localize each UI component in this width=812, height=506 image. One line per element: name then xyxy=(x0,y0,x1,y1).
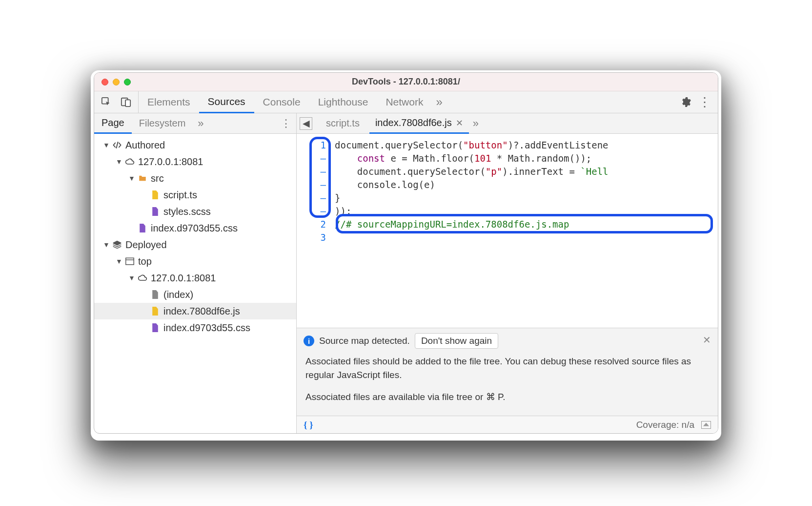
line-number[interactable]: – xyxy=(297,152,326,165)
editor-file-tabs: ◀ script.ts index.7808df6e.js ✕ » xyxy=(297,113,718,134)
sourcemap-infobar: i Source map detected. Don't show again … xyxy=(297,328,718,416)
code-line[interactable]: )); xyxy=(335,205,718,218)
navigator-tab-page[interactable]: Page xyxy=(94,114,132,134)
close-window-button[interactable] xyxy=(102,79,108,85)
code-content[interactable]: document.querySelector("button")?.addEve… xyxy=(331,134,718,328)
tree-label: styles.scss xyxy=(163,206,211,217)
toggle-drawer-icon[interactable] xyxy=(701,421,711,429)
window-title: DevTools - 127.0.0.1:8081/ xyxy=(94,77,718,87)
code-line[interactable]: document.querySelector("button")?.addEve… xyxy=(335,139,718,152)
line-number[interactable]: – xyxy=(297,191,326,205)
tree-label: index.7808df6e.js xyxy=(163,306,240,317)
line-number[interactable]: – xyxy=(297,178,326,191)
close-tab-icon[interactable]: ✕ xyxy=(456,118,463,128)
panel-tabs-row: ElementsSourcesConsoleLighthouseNetwork … xyxy=(94,91,718,113)
file-tab-index-js[interactable]: index.7808df6e.js ✕ xyxy=(369,114,469,134)
code-line[interactable] xyxy=(335,231,718,244)
infobar-title: Source map detected. xyxy=(319,336,410,346)
tree-file-index-css-authored[interactable]: index.d9703d55.css xyxy=(94,220,296,236)
tree-file-styles-scss[interactable]: styles.scss xyxy=(94,203,296,220)
editor-area: ◀ script.ts index.7808df6e.js ✕ » 1–––––… xyxy=(297,113,718,433)
line-number[interactable]: 3 xyxy=(297,231,326,244)
code-editor[interactable]: 1–––––23 document.querySelector("button"… xyxy=(297,134,718,328)
settings-gear-icon[interactable] xyxy=(680,96,691,108)
coverage-label: Coverage: n/a xyxy=(636,420,694,430)
line-number[interactable]: 1 xyxy=(297,139,326,152)
minimize-window-button[interactable] xyxy=(113,79,120,85)
tree-file-index-html[interactable]: (index) xyxy=(94,286,296,303)
frame-icon xyxy=(124,257,135,265)
line-number[interactable]: – xyxy=(297,165,326,178)
code-line[interactable]: document.querySelector("p").innerText = … xyxy=(335,165,718,178)
zoom-window-button[interactable] xyxy=(124,79,131,85)
panel-tab-console[interactable]: Console xyxy=(254,91,309,113)
css-file-icon xyxy=(150,207,161,216)
devtools-window: DevTools - 127.0.0.1:8081/ ElementsSourc… xyxy=(94,72,718,434)
infobar-body-1: Associated files should be added to the … xyxy=(305,355,709,381)
main-menu-kebab-icon[interactable]: ⋮ xyxy=(698,96,711,108)
authored-icon xyxy=(112,140,122,150)
code-line[interactable]: const e = Math.floor(101 * Math.random()… xyxy=(335,152,718,165)
code-line[interactable]: console.log(e) xyxy=(335,178,718,191)
more-panels-overflow[interactable]: » xyxy=(432,95,446,109)
tree-label: Deployed xyxy=(125,239,167,251)
tree-label: Authored xyxy=(125,140,165,151)
tree-label: 127.0.0.1:8081 xyxy=(138,156,203,168)
nav-back-icon[interactable]: ◀ xyxy=(300,117,312,130)
tree-label: src xyxy=(151,173,164,184)
navigator-sidebar: Page Filesystem » ⋮ ▼ Authored ▼ xyxy=(94,113,297,433)
tree-top-frame[interactable]: ▼ top xyxy=(94,253,296,270)
tree-folder-src[interactable]: ▼ src xyxy=(94,170,296,187)
infobar-close-icon[interactable]: ✕ xyxy=(703,334,711,346)
info-icon: i xyxy=(304,336,314,346)
file-tabs-overflow[interactable]: » xyxy=(473,117,479,130)
cloud-icon xyxy=(124,157,135,167)
panel-tab-lighthouse[interactable]: Lighthouse xyxy=(309,91,377,113)
doc-file-icon xyxy=(150,290,161,299)
device-toolbar-icon[interactable] xyxy=(121,97,131,107)
infobar-body-2: Associated files are available via file … xyxy=(305,390,709,404)
navigator-kebab-icon[interactable]: ⋮ xyxy=(276,117,296,130)
navigator-tabs-overflow[interactable]: » xyxy=(193,117,208,130)
tree-label: index.d9703d55.css xyxy=(151,223,238,234)
titlebar: DevTools - 127.0.0.1:8081/ xyxy=(94,73,718,91)
tree-file-index-css-deployed[interactable]: index.d9703d55.css xyxy=(94,319,296,336)
deployed-icon xyxy=(112,240,122,250)
editor-statusbar: { } Coverage: n/a xyxy=(297,416,718,433)
svg-rect-2 xyxy=(125,100,130,106)
css-file-icon xyxy=(137,224,148,232)
code-line[interactable]: //# sourceMappingURL=index.7808df6e.js.m… xyxy=(335,218,718,231)
line-number[interactable]: 2 xyxy=(297,218,326,231)
file-tree: ▼ Authored ▼ 127.0.0.1:8081 ▼ xyxy=(94,134,296,433)
tree-label: script.ts xyxy=(163,190,197,201)
file-tab-script-ts[interactable]: script.ts xyxy=(320,113,365,133)
pretty-print-icon[interactable]: { } xyxy=(304,420,313,430)
dont-show-again-button[interactable]: Don't show again xyxy=(415,333,498,349)
line-number-gutter[interactable]: 1–––––23 xyxy=(297,134,331,328)
tree-file-index-js[interactable]: index.7808df6e.js xyxy=(94,303,296,319)
cloud-icon xyxy=(137,273,148,283)
tree-section-deployed[interactable]: ▼ Deployed xyxy=(94,236,296,253)
tree-label: 127.0.0.1:8081 xyxy=(151,273,216,284)
line-number[interactable]: – xyxy=(297,205,326,218)
panel-tab-sources[interactable]: Sources xyxy=(199,92,254,113)
tree-section-authored[interactable]: ▼ Authored xyxy=(94,137,296,153)
tree-label: top xyxy=(138,256,152,267)
panel-tab-network[interactable]: Network xyxy=(377,91,432,113)
tree-label: index.d9703d55.css xyxy=(163,322,250,334)
navigator-subtabs: Page Filesystem » ⋮ xyxy=(94,113,296,134)
tree-host-deployed[interactable]: ▼ 127.0.0.1:8081 xyxy=(94,270,296,286)
inspect-element-icon[interactable] xyxy=(101,97,112,107)
navigator-tab-filesystem[interactable]: Filesystem xyxy=(132,113,193,133)
tree-file-script-ts[interactable]: script.ts xyxy=(94,187,296,203)
traffic-lights xyxy=(94,79,131,85)
js-file-icon xyxy=(150,190,161,199)
css-file-icon xyxy=(150,323,161,332)
panel-tab-elements[interactable]: Elements xyxy=(139,91,199,113)
folder-icon xyxy=(137,174,148,183)
svg-rect-3 xyxy=(126,258,134,265)
tree-label: (index) xyxy=(163,289,193,300)
code-line[interactable]: } xyxy=(335,191,718,205)
tree-host-authored[interactable]: ▼ 127.0.0.1:8081 xyxy=(94,153,296,170)
js-file-icon xyxy=(150,307,161,316)
